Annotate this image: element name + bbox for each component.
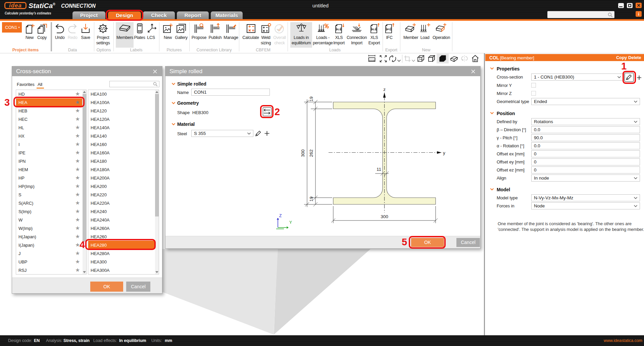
svg-text:Y: Y bbox=[289, 220, 292, 225]
svg-text:300: 300 bbox=[300, 149, 305, 157]
svg-text:300: 300 bbox=[381, 214, 388, 219]
svg-text:262: 262 bbox=[309, 149, 314, 157]
svg-text:11: 11 bbox=[377, 167, 381, 172]
svg-text:XLS: XLS bbox=[336, 28, 342, 31]
svg-text:19: 19 bbox=[309, 96, 314, 101]
svg-text:IFC: IFC bbox=[387, 28, 391, 31]
svg-text:19: 19 bbox=[309, 196, 314, 201]
svg-text:y: y bbox=[443, 150, 445, 155]
svg-text:z: z bbox=[383, 87, 386, 92]
svg-text:XLS: XLS bbox=[371, 28, 377, 31]
svg-text:Z: Z bbox=[279, 213, 282, 218]
